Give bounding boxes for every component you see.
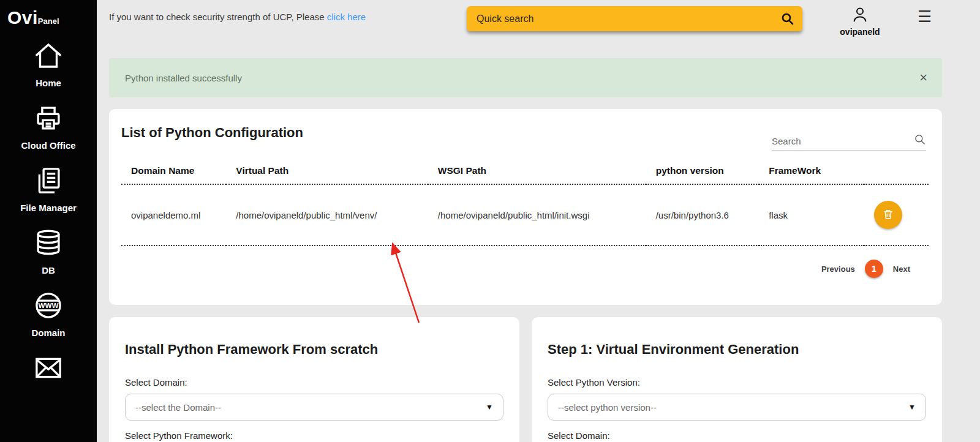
bottom-panels: Install Python Framework From scratch Se… (109, 317, 942, 442)
search-icon[interactable] (780, 12, 795, 26)
hamburger-menu-icon[interactable]: ☰ (918, 7, 932, 26)
column-header-framework: FrameWork (759, 160, 864, 184)
click-here-link[interactable]: click here (327, 12, 366, 22)
logo-primary-text: Ovi (7, 7, 38, 28)
domain-select[interactable]: --select the Domain-- ▼ (125, 394, 503, 421)
cell-framework: flask (759, 184, 864, 245)
pagination-previous[interactable]: Previous (821, 264, 855, 274)
quick-search-bar[interactable] (467, 6, 802, 31)
pagination-next[interactable]: Next (893, 264, 910, 274)
python-version-select[interactable]: --select python version-- ▼ (548, 394, 926, 421)
main-area: If you want to check security strength o… (97, 0, 980, 442)
sidebar-item-email[interactable] (32, 351, 65, 387)
select-domain-label: Select Domain: (125, 377, 503, 388)
db-icon (32, 227, 65, 262)
topbar: If you want to check security strength o… (97, 0, 980, 46)
column-header-python-version: python version (646, 160, 760, 184)
python-version-select-value: --select python version-- (558, 402, 657, 413)
sidebar-item-file-manager[interactable]: File Manager (20, 164, 77, 213)
app-logo[interactable]: OviPanel (0, 0, 97, 31)
select-domain-label: Select Domain: (548, 430, 926, 441)
cell-python-version: /usr/bin/python3.6 (646, 184, 760, 245)
alert-message: Python installed successfully (125, 73, 242, 83)
install-framework-card: Install Python Framework From scratch Se… (109, 317, 519, 442)
python-configuration-card: List of Python Configuration Domain Name… (109, 109, 942, 305)
sidebar-item-cloud-office[interactable]: Cloud Office (21, 102, 75, 151)
column-header-wsgi-path: WSGI Path (428, 160, 646, 184)
sidebar-item-db[interactable]: DB (32, 227, 65, 275)
pagination: Previous 1 Next (121, 260, 929, 278)
column-header-virtual-path: Virtual Path (226, 160, 428, 184)
column-header-domain: Domain Name (121, 160, 226, 184)
close-icon[interactable]: × (919, 71, 927, 84)
search-icon (914, 133, 926, 148)
sidebar-item-label: Cloud Office (21, 140, 75, 151)
table-header-row: Domain Name Virtual Path WSGI Path pytho… (121, 160, 929, 184)
file-manager-icon (32, 164, 65, 200)
success-alert: Python installed successfully × (109, 58, 942, 97)
logo-secondary-text: Panel (38, 17, 59, 26)
trash-icon (882, 208, 894, 222)
python-config-table: Domain Name Virtual Path WSGI Path pytho… (121, 160, 929, 246)
user-menu[interactable]: ovipaneld (832, 6, 888, 37)
chevron-down-icon: ▼ (908, 403, 916, 411)
table-search-input[interactable] (772, 136, 914, 146)
security-notice: If you want to check security strength o… (109, 12, 366, 22)
select-python-version-label: Select Python Version: (548, 377, 926, 388)
sidebar-item-label: Home (36, 78, 61, 88)
cell-virtual-path: /home/ovipaneld/public_html/venv/ (226, 184, 428, 245)
delete-button[interactable] (874, 201, 902, 229)
domain-select-value: --select the Domain-- (135, 402, 221, 413)
home-icon (32, 39, 65, 75)
quick-search-input[interactable] (477, 13, 780, 24)
sidebar-item-home[interactable]: Home (32, 39, 65, 88)
table-search[interactable] (772, 133, 926, 151)
virtual-env-title: Step 1: Virtual Environment Generation (548, 342, 926, 358)
svg-text:WWW: WWW (38, 301, 59, 309)
select-framework-label: Select Python Framework: (125, 430, 503, 441)
cell-domain-name: ovipaneldemo.ml (121, 184, 226, 245)
cell-wsgi-path: /home/ovipaneld/public_html/init.wsgi (428, 184, 646, 245)
domain-www-icon: WWW (32, 289, 65, 324)
sidebar-item-label: DB (42, 265, 55, 275)
mail-icon (32, 351, 65, 387)
cloud-office-icon (32, 102, 65, 137)
user-icon (851, 6, 869, 26)
sidebar-item-label: File Manager (20, 203, 77, 213)
column-header-actions (864, 160, 929, 184)
sidebar-nav: Home Cloud Office File Manager DB WWW Do… (0, 39, 97, 400)
security-notice-text: If you want to check security strength o… (109, 12, 327, 22)
virtual-env-card: Step 1: Virtual Environment Generation S… (532, 317, 942, 442)
install-framework-title: Install Python Framework From scratch (125, 342, 503, 358)
chevron-down-icon: ▼ (486, 403, 493, 411)
sidebar-item-label: Domain (31, 328, 65, 338)
sidebar-item-domain[interactable]: WWW Domain (31, 289, 65, 338)
pagination-page-1[interactable]: 1 (865, 260, 883, 278)
username-label: ovipaneld (840, 27, 880, 37)
content-area: Python installed successfully × List of … (109, 58, 942, 442)
sidebar: OviPanel Home Cloud Office File Manager … (0, 0, 97, 442)
table-row: ovipaneldemo.ml /home/ovipaneld/public_h… (121, 184, 929, 245)
